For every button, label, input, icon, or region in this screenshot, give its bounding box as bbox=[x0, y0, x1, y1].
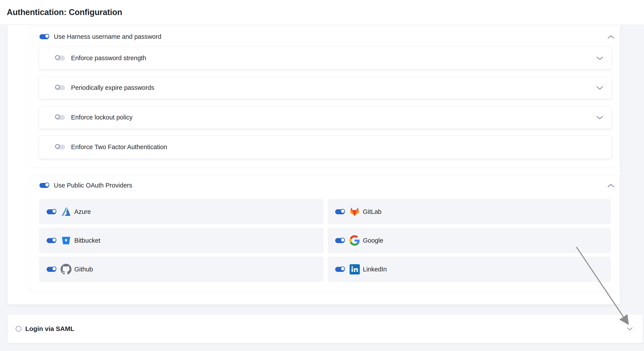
setting-row-label: Enforce Two Factor Authentication bbox=[71, 144, 167, 151]
harness-login-section: Use Harness username and password Enforc… bbox=[30, 26, 620, 168]
harness-section-header: Use Harness username and password bbox=[40, 26, 161, 47]
harness-section-collapse-button[interactable] bbox=[607, 34, 614, 40]
setting-row-label: Enforce password strength bbox=[71, 54, 146, 62]
page-title: Authentication: Configuration bbox=[7, 8, 122, 17]
expire-passwords-row[interactable]: Periodically expire passwords bbox=[39, 76, 612, 99]
lockout-policy-row[interactable]: Enforce lockout policy bbox=[39, 106, 612, 129]
harness-section-label: Use Harness username and password bbox=[54, 33, 161, 40]
toggle-knob bbox=[52, 238, 56, 242]
provider-label: LinkedIn bbox=[363, 266, 387, 273]
authentication-configuration-page: { "header": { "title": "Authentication: … bbox=[0, 0, 644, 351]
setting-row-label: Periodically expire passwords bbox=[71, 84, 154, 91]
google-icon bbox=[349, 235, 360, 246]
provider-label: Google bbox=[363, 237, 383, 244]
chevron-down-icon bbox=[596, 56, 603, 60]
toggle-knob bbox=[340, 238, 345, 242]
oauth-section: Use Public OAuth Providers Azure bbox=[30, 175, 620, 292]
linkedin-toggle[interactable] bbox=[335, 267, 345, 272]
bitbucket-toggle[interactable] bbox=[47, 238, 56, 243]
chevron-up-icon bbox=[608, 184, 614, 188]
toggle-knob bbox=[55, 55, 60, 60]
chevron-down-icon bbox=[627, 327, 633, 330]
provider-label: Azure bbox=[74, 208, 91, 216]
gitlab-icon bbox=[349, 206, 360, 217]
toggle-knob bbox=[340, 209, 345, 214]
oauth-section-header: Use Public OAuth Providers bbox=[40, 175, 132, 195]
provider-label: GitLab bbox=[363, 208, 382, 216]
provider-row-google[interactable]: Google bbox=[328, 228, 611, 253]
oauth-provider-grid: Azure GitLab bbox=[39, 199, 611, 282]
toggle-knob bbox=[52, 209, 56, 214]
saml-radio-button[interactable] bbox=[16, 326, 21, 332]
harness-login-toggle[interactable] bbox=[40, 34, 49, 39]
expand-row-button[interactable] bbox=[596, 86, 603, 91]
two-factor-row[interactable]: Enforce Two Factor Authentication bbox=[39, 136, 612, 159]
saml-login-card[interactable]: Login via SAML bbox=[8, 314, 642, 343]
github-toggle[interactable] bbox=[47, 267, 56, 272]
oauth-toggle[interactable] bbox=[40, 183, 49, 188]
password-strength-toggle[interactable] bbox=[55, 56, 65, 60]
github-icon bbox=[60, 264, 72, 275]
saml-label: Login via SAML bbox=[25, 325, 74, 332]
bitbucket-icon bbox=[60, 235, 72, 246]
setting-row-label: Enforce lockout policy bbox=[71, 114, 132, 121]
provider-label: Github bbox=[74, 266, 93, 273]
lockout-policy-toggle[interactable] bbox=[55, 115, 65, 120]
chevron-down-icon bbox=[596, 116, 603, 120]
two-factor-toggle[interactable] bbox=[55, 144, 65, 150]
oauth-section-label: Use Public OAuth Providers bbox=[54, 182, 132, 189]
provider-row-bitbucket[interactable]: Bitbucket bbox=[39, 228, 324, 253]
toggle-knob bbox=[340, 266, 345, 271]
saml-expand-button[interactable] bbox=[627, 327, 633, 332]
toggle-knob bbox=[55, 144, 60, 149]
oauth-section-collapse-button[interactable] bbox=[607, 183, 614, 188]
expire-passwords-toggle[interactable] bbox=[55, 85, 65, 90]
provider-label: Bitbucket bbox=[74, 237, 100, 244]
page-header: Authentication: Configuration bbox=[0, 0, 644, 25]
provider-row-linkedin[interactable]: LinkedIn bbox=[328, 256, 611, 282]
azure-toggle[interactable] bbox=[47, 209, 56, 214]
password-strength-row[interactable]: Enforce password strength bbox=[39, 47, 612, 69]
linkedin-icon bbox=[349, 264, 360, 275]
chevron-up-icon bbox=[608, 35, 614, 39]
provider-row-github[interactable]: Github bbox=[39, 256, 324, 282]
azure-icon bbox=[60, 206, 72, 217]
gitlab-toggle[interactable] bbox=[335, 209, 345, 214]
provider-row-gitlab[interactable]: GitLab bbox=[328, 199, 611, 224]
toggle-knob bbox=[45, 34, 49, 38]
toggle-knob bbox=[55, 85, 60, 90]
expand-row-button[interactable] bbox=[596, 56, 603, 61]
toggle-knob bbox=[52, 266, 56, 271]
auth-settings-panel: Use Harness username and password Enforc… bbox=[8, 25, 620, 304]
provider-row-azure[interactable]: Azure bbox=[39, 199, 324, 224]
google-toggle[interactable] bbox=[335, 238, 345, 243]
toggle-knob bbox=[45, 182, 49, 187]
toggle-knob bbox=[55, 114, 60, 119]
expand-row-button[interactable] bbox=[596, 116, 603, 120]
chevron-down-icon bbox=[596, 86, 603, 90]
